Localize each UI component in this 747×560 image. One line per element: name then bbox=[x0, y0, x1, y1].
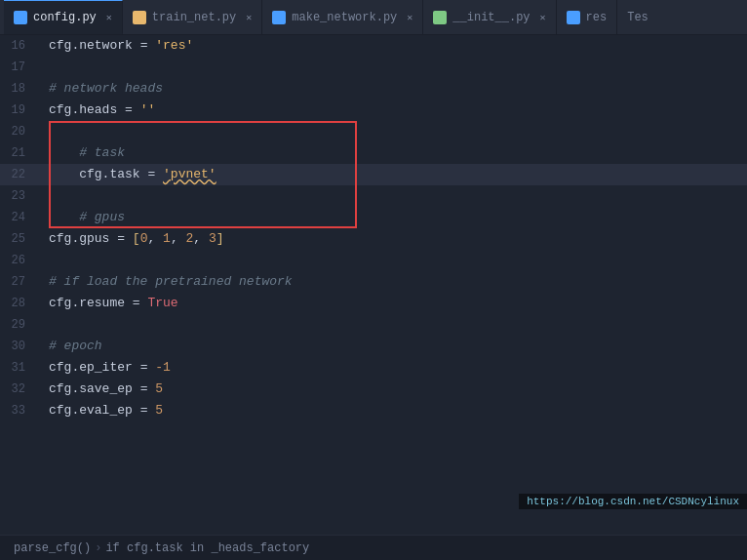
line-content-30: # epoch bbox=[41, 336, 102, 357]
line-num-32: 32 bbox=[0, 379, 41, 400]
code-line-31: 31 cfg.ep_iter = -1 bbox=[0, 357, 747, 379]
tab-make-network[interactable]: make_network.py ✕ bbox=[262, 0, 423, 34]
editor-container: 16 cfg.network = 'res' 17 18 # network h… bbox=[0, 35, 747, 535]
line-num-21: 21 bbox=[0, 142, 41, 164]
breadcrumb-condition: if cfg.task in _heads_factory bbox=[105, 541, 309, 555]
code-area[interactable]: 16 cfg.network = 'res' 17 18 # network h… bbox=[0, 35, 747, 535]
line-content-20 bbox=[41, 121, 57, 142]
line-content-19: cfg.heads = '' bbox=[41, 100, 155, 121]
line-content-33: cfg.eval_ep = 5 bbox=[41, 400, 163, 421]
line-content-25: cfg.gpus = [0, 1, 2, 3] bbox=[41, 228, 224, 250]
line-num-23: 23 bbox=[0, 185, 41, 207]
line-num-24: 24 bbox=[0, 207, 41, 228]
code-line-16: 16 cfg.network = 'res' bbox=[0, 35, 747, 57]
code-line-17: 17 bbox=[0, 57, 747, 78]
tab-init[interactable]: __init__.py ✕ bbox=[423, 0, 556, 34]
line-num-25: 25 bbox=[0, 228, 41, 250]
line-num-27: 27 bbox=[0, 271, 41, 293]
code-line-20: 20 bbox=[0, 121, 747, 142]
python-icon-init bbox=[433, 11, 447, 24]
line-content-24: # gpus bbox=[41, 207, 125, 228]
breadcrumb-func: parse_cfg() bbox=[14, 541, 91, 555]
line-num-17: 17 bbox=[0, 57, 41, 78]
line-num-29: 29 bbox=[0, 314, 41, 336]
line-num-30: 30 bbox=[0, 336, 41, 357]
editor-window: config.py ✕ train_net.py ✕ make_network.… bbox=[0, 0, 747, 560]
tab-config-label: config.py bbox=[33, 11, 97, 24]
line-content-21: # task bbox=[41, 142, 125, 164]
line-content-27: # if load the pretrained network bbox=[41, 271, 293, 293]
python-icon-make bbox=[272, 11, 286, 24]
tab-init-label: __init__.py bbox=[452, 11, 530, 24]
line-num-18: 18 bbox=[0, 78, 41, 100]
tab-train-net-close[interactable]: ✕ bbox=[246, 12, 252, 23]
code-line-32: 32 cfg.save_ep = 5 bbox=[0, 379, 747, 400]
code-line-25: 25 cfg.gpus = [0, 1, 2, 3] bbox=[0, 228, 747, 250]
line-content-31: cfg.ep_iter = -1 bbox=[41, 357, 171, 379]
line-num-22: 22 bbox=[0, 164, 41, 185]
python-icon bbox=[14, 11, 27, 24]
tab-make-network-close[interactable]: ✕ bbox=[407, 12, 413, 23]
tab-config-close[interactable]: ✕ bbox=[106, 12, 112, 23]
line-num-26: 26 bbox=[0, 250, 41, 271]
code-line-27: 27 # if load the pretrained network bbox=[0, 271, 747, 293]
line-content-23 bbox=[41, 185, 57, 207]
line-num-28: 28 bbox=[0, 293, 41, 314]
tab-partial[interactable]: Tes bbox=[617, 0, 658, 34]
line-content-18: # network heads bbox=[41, 78, 163, 100]
code-line-24: 24 # gpus bbox=[0, 207, 747, 228]
line-content-26 bbox=[41, 250, 57, 271]
python-icon-yellow bbox=[133, 11, 146, 24]
tab-partial-label: Tes bbox=[627, 11, 649, 24]
url-bar: https://blog.csdn.net/CSDNcylinux bbox=[519, 494, 747, 509]
line-num-19: 19 bbox=[0, 100, 41, 121]
line-content-17 bbox=[41, 57, 57, 78]
tab-make-network-label: make_network.py bbox=[292, 11, 397, 24]
url-text: https://blog.csdn.net/CSDNcylinux bbox=[527, 496, 739, 507]
tab-init-close[interactable]: ✕ bbox=[540, 12, 546, 23]
tab-bar: config.py ✕ train_net.py ✕ make_network.… bbox=[0, 0, 747, 35]
tab-config[interactable]: config.py ✕ bbox=[4, 0, 123, 34]
line-num-16: 16 bbox=[0, 35, 41, 57]
tab-res-label: res bbox=[586, 11, 608, 24]
line-content-16: cfg.network = 'res' bbox=[41, 35, 193, 57]
tab-train-net-label: train_net.py bbox=[152, 11, 236, 24]
line-num-33: 33 bbox=[0, 400, 41, 421]
line-content-22: cfg.task = 'pvnet' bbox=[41, 164, 216, 185]
python-icon-res bbox=[567, 11, 580, 24]
code-line-18: 18 # network heads bbox=[0, 78, 747, 100]
tab-train-net[interactable]: train_net.py ✕ bbox=[123, 0, 262, 34]
code-lines: 16 cfg.network = 'res' 17 18 # network h… bbox=[0, 35, 747, 421]
code-line-19: 19 cfg.heads = '' bbox=[0, 100, 747, 121]
breadcrumb-sep: › bbox=[95, 541, 101, 555]
line-content-29 bbox=[41, 314, 57, 336]
code-line-29: 29 bbox=[0, 314, 747, 336]
line-content-28: cfg.resume = True bbox=[41, 293, 178, 314]
code-line-21: 21 # task bbox=[0, 142, 747, 164]
line-num-20: 20 bbox=[0, 121, 41, 142]
code-line-33: 33 cfg.eval_ep = 5 bbox=[0, 400, 747, 421]
code-line-26: 26 bbox=[0, 250, 747, 271]
code-line-22: 22 cfg.task = 'pvnet' bbox=[0, 164, 747, 185]
breadcrumb-bar: parse_cfg() › if cfg.task in _heads_fact… bbox=[0, 535, 747, 560]
tab-res[interactable]: res bbox=[557, 0, 618, 34]
code-line-23: 23 bbox=[0, 185, 747, 207]
line-content-32: cfg.save_ep = 5 bbox=[41, 379, 163, 400]
code-line-30: 30 # epoch bbox=[0, 336, 747, 357]
code-line-28: 28 cfg.resume = True bbox=[0, 293, 747, 314]
line-num-31: 31 bbox=[0, 357, 41, 379]
